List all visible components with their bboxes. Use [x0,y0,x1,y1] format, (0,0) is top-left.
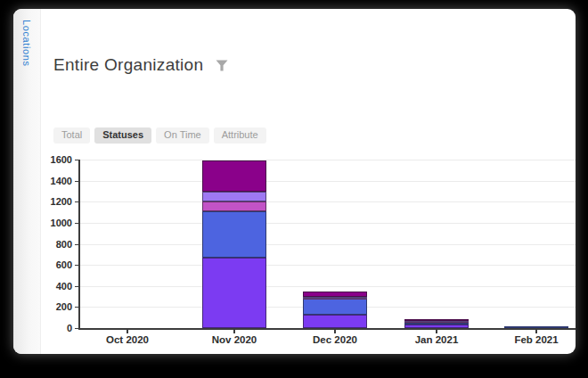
x-axis-tick-label: Nov 2020 [199,334,270,346]
canvas-background: { "sidebar": { "label": "Locations", "la… [0,0,588,378]
x-axis-tick [127,330,128,333]
x-axis-line [78,328,576,330]
x-axis-tick-label: Dec 2020 [299,334,371,346]
x-axis-tick-label: Jan 2021 [401,334,472,346]
x-axis-tick [334,330,336,333]
x-axis-tick-label: Feb 2021 [501,334,572,346]
y-axis-tick-label: 1600 [29,154,72,166]
bar-segment-status-lavender[interactable] [303,297,367,299]
y-axis-tick-label: 400 [29,281,72,292]
y-axis-tick-label: 1400 [29,176,72,187]
x-axis-tick [535,330,537,333]
gridline [78,286,576,287]
gridline [78,223,576,224]
y-axis-tick-label: 200 [29,301,72,313]
bar-segment-status-blue[interactable] [303,299,367,315]
y-axis-tick-label: 600 [29,259,72,271]
bar-segment-status-magenta[interactable] [404,319,469,321]
bar-segment-status-violet[interactable] [202,258,266,328]
y-axis-tick-label: 1000 [29,218,72,229]
bar-segment-status-violet[interactable] [303,315,367,328]
x-axis-tick [436,330,437,333]
gridline [78,265,576,266]
bar-segment-status-lavender[interactable] [202,192,266,201]
statuses-chart: 02004006008001000120014001600Oct 2020Nov… [13,9,576,354]
bar-segment-status-magenta[interactable] [303,292,367,297]
bar-segment-status-blue[interactable] [202,211,266,258]
gridline [78,181,576,182]
bar-segment-status-magenta[interactable] [202,160,266,192]
y-axis-tick-label: 800 [29,239,72,251]
gridline [78,160,576,160]
y-axis-tick-label: 0 [29,323,72,334]
y-axis-line [78,160,80,330]
x-axis-tick-label: Oct 2020 [92,334,163,346]
x-axis-tick [233,330,235,333]
y-axis-tick-label: 1200 [29,196,72,208]
gridline [78,201,576,202]
report-card: Locations Entire Organization Total Stat… [13,9,576,354]
bar-segment-status-orchid[interactable] [202,201,266,211]
gridline [78,244,576,245]
